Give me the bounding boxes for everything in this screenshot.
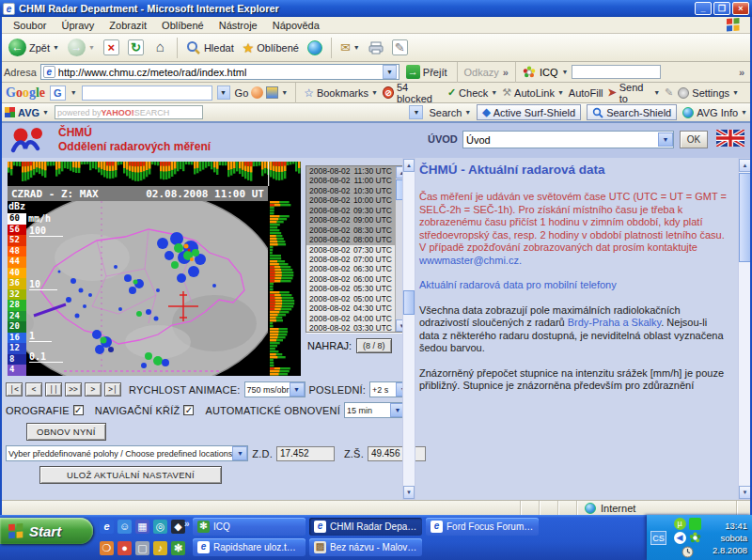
avg-dropdown-arrow[interactable]: ▼	[42, 109, 49, 116]
quicklaunch-messenger-icon[interactable]: ☺	[118, 520, 132, 534]
favorites-button[interactable]: ★ Oblíbené	[240, 39, 302, 56]
timestamp-item[interactable]: 2008-08-0207:30 UTC	[306, 245, 395, 255]
taskbar-button[interactable]: eCHMI Radar Departm...	[309, 518, 422, 536]
frame-scroll-thumb[interactable]	[403, 290, 415, 315]
yahoo-search-input[interactable]: powered by YAHOO! SEARCH	[55, 105, 203, 119]
popup-blocker-button[interactable]: ⊘ 54 blocked	[383, 82, 443, 104]
edit-button[interactable]: ✎	[389, 39, 411, 56]
quicklaunch-icq-icon[interactable]: ✻	[171, 541, 185, 555]
tray-utorrent-icon[interactable]: µ	[674, 518, 686, 530]
timestamp-item[interactable]: 2008-08-0204:00 UTC	[306, 314, 395, 323]
quicklaunch-notepad-icon[interactable]: ▢	[135, 541, 149, 555]
clock-display[interactable]: 13:41 sobota 2.8.2008	[713, 520, 747, 556]
orography-checkbox[interactable]: ✓	[73, 405, 84, 415]
lat-input[interactable]	[368, 446, 426, 461]
settings-button[interactable]: Settings ▼	[678, 87, 739, 99]
icq-dropdown-arrow[interactable]: ▼	[562, 69, 569, 75]
back-dropdown-arrow[interactable]: ▼	[53, 44, 59, 51]
timestamp-item[interactable]: 2008-08-0210:00 UTC	[306, 195, 395, 205]
mail-button[interactable]: ✉ ▼	[337, 39, 363, 55]
start-button[interactable]: Start	[0, 518, 93, 544]
back-button[interactable]: ← Zpět ▼	[6, 38, 62, 57]
radar-map[interactable]: dBz 6056524844403632282420161284 mm/h 10…	[8, 201, 268, 376]
menu-item-nstroje[interactable]: Nástroje	[212, 18, 265, 33]
icq-search-input[interactable]	[572, 65, 661, 79]
check-dropdown-arrow[interactable]: ▼	[491, 89, 497, 96]
sendto-dropdown-arrow[interactable]: ▼	[653, 89, 660, 96]
speed-select-arrow[interactable]: ▼	[290, 382, 305, 397]
bookmarks-dropdown-arrow[interactable]: ▼	[371, 89, 378, 96]
history-button[interactable]	[305, 39, 325, 56]
timestamp-item[interactable]: 2008-08-0211:00 UTC	[306, 176, 395, 185]
quicklaunch-overflow-chevron[interactable]: »	[184, 519, 190, 529]
timestamp-item[interactable]: 2008-08-0205:00 UTC	[306, 294, 395, 303]
timestamp-item[interactable]: 2008-08-0205:30 UTC	[306, 284, 395, 293]
links-label[interactable]: Odkazy	[464, 67, 499, 78]
navcross-checkbox[interactable]: ✓	[183, 405, 194, 415]
go-dropdown-arrow[interactable]: ▼	[281, 89, 288, 96]
quicklaunch-desktop-icon[interactable]: ◆	[171, 520, 185, 534]
anim-button-4[interactable]: >	[85, 382, 102, 397]
forward-button[interactable]: → ▼	[65, 38, 98, 57]
settings-dropdown-arrow[interactable]: ▼	[732, 89, 739, 96]
go-button[interactable]: → Přejít	[403, 64, 450, 80]
home-button[interactable]: ⌂	[149, 39, 171, 56]
close-button[interactable]: ×	[732, 2, 749, 15]
bookmarks-button[interactable]: ☆ Bookmarks ▼	[304, 86, 378, 100]
frame-scroll-down[interactable]: ▼	[403, 486, 415, 499]
sendto-button[interactable]: ➤ Send to ▼	[608, 82, 661, 104]
tray-clock-icon[interactable]	[682, 546, 694, 558]
yahoo-search-dropdown[interactable]: ▼	[409, 105, 423, 119]
taskbar-button[interactable]: eFord Focus Forum - Z...	[426, 518, 539, 536]
locations-select[interactable]: Vyber předdefinované polohy / Choose pre…	[6, 445, 248, 461]
addressbar-overflow-chevron[interactable]: »	[739, 67, 744, 78]
site-org-name[interactable]: ČHMÚ	[58, 126, 92, 139]
autorefresh-select[interactable]: 15 min ▼	[344, 402, 406, 418]
taskbar-button[interactable]: ✻ICQ	[193, 518, 306, 536]
quicklaunch-save-icon[interactable]: ▦	[135, 520, 149, 534]
avg-info-dropdown-arrow[interactable]: ▼	[741, 109, 747, 116]
quicklaunch-ie-icon[interactable]: e	[100, 520, 114, 534]
refresh-button[interactable]: ↻	[125, 39, 147, 56]
timestamp-item[interactable]: 2008-08-0206:30 UTC	[306, 264, 395, 273]
icq-label[interactable]: ICQ	[540, 67, 558, 78]
timestamp-item[interactable]: 2008-08-0207:00 UTC	[306, 255, 395, 264]
timestamp-item[interactable]: 2008-08-0211:30 UTC	[306, 166, 395, 176]
minimize-button[interactable]: _	[695, 2, 712, 15]
google-go-button[interactable]: Go ▼	[235, 86, 289, 99]
timestamp-item[interactable]: 2008-08-0208:00 UTC	[306, 235, 395, 244]
avg-info-button[interactable]: AVG Info ▼	[682, 107, 747, 118]
radar-display[interactable]: CZRAD - Z: MAX 02.08.2008 11:00 UT	[8, 162, 301, 376]
anim-button-1[interactable]: <	[25, 382, 42, 397]
spellcheck-button[interactable]: ✓ Check ▼	[447, 86, 497, 99]
timestamp-item[interactable]: 2008-08-0209:00 UTC	[306, 215, 395, 225]
google-g-dropdown[interactable]: ▼	[70, 89, 77, 96]
mobile-data-link[interactable]: Aktuální radarová data pro mobilní telef…	[419, 279, 617, 290]
section-select-arrow[interactable]: ▼	[658, 132, 673, 147]
stop-button[interactable]: ×	[101, 39, 122, 56]
locations-select-arrow[interactable]: ▼	[232, 446, 247, 460]
address-input[interactable]: e http://www.chmu.cz/meteo/rad/index.htm…	[40, 64, 400, 80]
mail-dropdown-arrow[interactable]: ▼	[353, 44, 360, 51]
taskbar-button[interactable]: eRapidshare uloz.to! | ...	[193, 538, 306, 556]
uk-flag-icon[interactable]	[716, 130, 744, 147]
autolink-button[interactable]: ⚒ AutoLink ▼	[502, 86, 564, 99]
load-count-button[interactable]: (8 / 8)	[356, 338, 392, 353]
highlighter-icon[interactable]: ✎	[665, 86, 673, 99]
left-frame-scrollbar[interactable]: ▲ ▼	[402, 158, 415, 500]
anim-button-2[interactable]: ||	[45, 382, 62, 397]
maximize-button[interactable]: ❐	[713, 2, 730, 15]
anim-button-3[interactable]: >>	[65, 382, 82, 397]
radars-link[interactable]: Brdy-Praha a Skalky	[568, 317, 661, 328]
anim-button-0[interactable]: |<	[6, 382, 23, 397]
anim-button-5[interactable]: >|	[104, 382, 121, 397]
menu-item-soubor[interactable]: Soubor	[6, 18, 54, 33]
nav-ok-button[interactable]: OK	[680, 131, 708, 148]
links-chevron[interactable]: »	[503, 67, 509, 78]
site-dept-name[interactable]: Oddělení radarových měření	[58, 140, 211, 153]
search-shield-button[interactable]: Search-Shield	[587, 104, 677, 120]
webmaster-email-link[interactable]: wwwmaster@chmi.cz.	[419, 255, 522, 266]
search-button[interactable]: Hledat	[183, 39, 237, 56]
timestamp-item[interactable]: 2008-08-0208:30 UTC	[306, 226, 395, 235]
frame-scroll-up[interactable]: ▲	[403, 159, 415, 172]
